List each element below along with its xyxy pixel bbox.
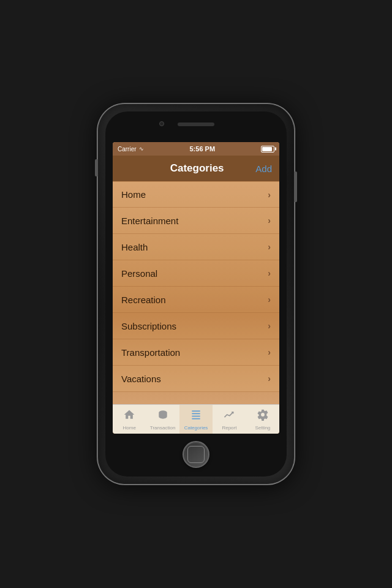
list-item-label: Health: [121, 242, 148, 252]
tab-setting[interactable]: Setting: [246, 405, 279, 434]
phone-device: Carrier ∿ 5:56 PM Categories Add: [98, 104, 294, 484]
content-area: Home › Entertainment › Health › Personal…: [113, 181, 279, 404]
wifi-icon: ∿: [139, 146, 144, 152]
chevron-right-icon: ›: [268, 268, 271, 278]
speaker: [178, 123, 214, 126]
list-item-label: Subscriptions: [121, 321, 176, 331]
tab-label: Transaction: [150, 425, 176, 431]
list-item[interactable]: Personal ›: [113, 260, 279, 287]
list-item-label: Vacations: [121, 374, 161, 384]
status-right: [261, 146, 274, 153]
tab-categories[interactable]: Categories: [179, 405, 213, 434]
setting-icon: [257, 409, 269, 424]
transaction-icon: [157, 409, 169, 424]
report-icon: [223, 409, 235, 424]
chevron-right-icon: ›: [268, 242, 271, 252]
svg-rect-1: [192, 410, 200, 412]
tab-home[interactable]: Home: [113, 405, 146, 434]
chevron-right-icon: ›: [268, 321, 271, 331]
list-item-label: Recreation: [121, 295, 166, 305]
home-button[interactable]: [183, 441, 209, 468]
categories-icon: [190, 409, 202, 424]
battery-fill: [262, 147, 272, 151]
list-item[interactable]: Transportation ›: [113, 339, 279, 366]
status-bar: Carrier ∿ 5:56 PM: [113, 142, 279, 156]
chevron-right-icon: ›: [268, 295, 271, 304]
list-item[interactable]: Vacations ›: [113, 366, 279, 392]
chevron-right-icon: ›: [268, 347, 271, 357]
list-item-label: Entertainment: [121, 216, 178, 226]
tab-label: Home: [123, 425, 136, 431]
home-icon: [123, 409, 135, 424]
chevron-right-icon: ›: [268, 190, 271, 200]
tab-label: Report: [222, 425, 236, 431]
carrier-label: Carrier: [118, 146, 137, 153]
nav-bar: Categories Add: [113, 156, 279, 181]
list-item-label: Home: [121, 189, 146, 200]
list-item[interactable]: Recreation ›: [113, 287, 279, 313]
list-item[interactable]: Subscriptions ›: [113, 313, 279, 339]
tab-bar: Home Transaction Categories Report Setti…: [113, 404, 279, 434]
screen: Carrier ∿ 5:56 PM Categories Add: [113, 142, 279, 434]
list-item-label: Transportation: [121, 347, 180, 358]
home-button-inner: [187, 446, 205, 463]
phone-inner: Carrier ∿ 5:56 PM Categories Add: [105, 111, 287, 477]
chevron-right-icon: ›: [268, 374, 271, 383]
time-label: 5:56 PM: [189, 145, 215, 153]
svg-rect-2: [192, 413, 200, 414]
list-item[interactable]: Entertainment ›: [113, 208, 279, 234]
list-item[interactable]: Health ›: [113, 234, 279, 260]
add-button[interactable]: Add: [255, 164, 272, 174]
tab-label: Setting: [255, 425, 270, 431]
status-left: Carrier ∿: [118, 146, 144, 153]
camera: [159, 121, 164, 126]
list-item[interactable]: Home ›: [113, 181, 279, 208]
page-title: Categories: [170, 162, 224, 175]
chevron-right-icon: ›: [268, 216, 271, 225]
svg-rect-4: [192, 418, 200, 419]
tab-transaction[interactable]: Transaction: [146, 405, 179, 434]
tab-label: Categories: [184, 425, 208, 431]
tab-report[interactable]: Report: [213, 405, 246, 434]
list-item-label: Personal: [121, 268, 157, 279]
battery-icon: [261, 146, 274, 153]
svg-rect-3: [192, 415, 200, 417]
categories-list: Home › Entertainment › Health › Personal…: [113, 181, 279, 392]
